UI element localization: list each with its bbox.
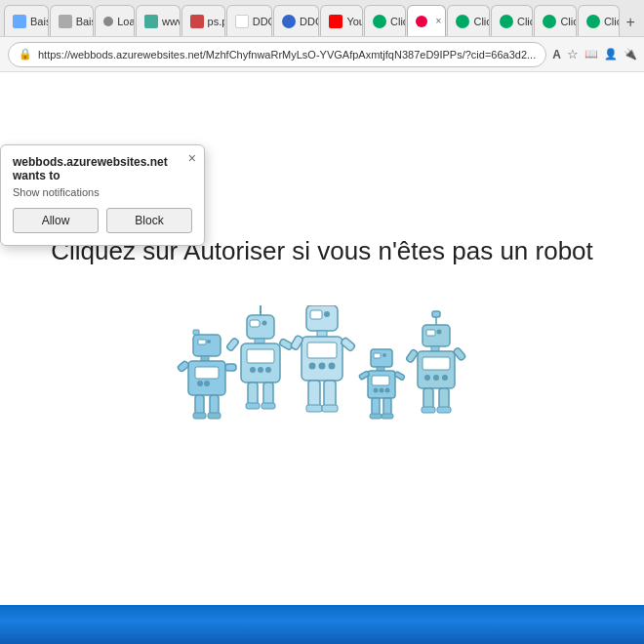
svg-point-57 [380, 387, 384, 392]
svg-point-56 [374, 387, 379, 392]
tab-loa[interactable]: Loa [95, 5, 135, 36]
svg-point-24 [258, 367, 263, 373]
tab-favicon [282, 15, 296, 28]
robots-illustration [166, 305, 478, 442]
svg-point-2 [207, 340, 211, 343]
extensions-button[interactable]: 🔌 [624, 43, 637, 66]
svg-rect-38 [317, 331, 327, 337]
svg-rect-31 [262, 403, 275, 409]
svg-rect-14 [208, 413, 221, 419]
new-tab-button[interactable]: + [621, 9, 640, 36]
tab-active[interactable]: × [407, 5, 446, 36]
tab-favicon [500, 15, 513, 28]
svg-rect-64 [382, 414, 393, 419]
address-input[interactable]: 🔒 https://webbods.azurewebsites.net/Mzhf… [8, 42, 546, 67]
tab-label: Clic [604, 16, 620, 27]
tab-clic2[interactable]: Clic [447, 5, 489, 36]
svg-rect-40 [307, 342, 337, 358]
tab-favicon [103, 17, 113, 26]
tab-bais-2[interactable]: Bais [50, 5, 95, 36]
svg-point-73 [424, 375, 430, 381]
tab-favicon [456, 15, 469, 28]
favorite-button[interactable]: ☆ [567, 43, 579, 66]
reader-view-button[interactable]: 📖 [584, 43, 598, 66]
svg-point-74 [433, 375, 439, 381]
svg-point-7 [197, 381, 203, 386]
svg-rect-68 [426, 330, 435, 336]
tab-label: ps.p [208, 16, 225, 27]
tab-close-active[interactable]: × [435, 16, 441, 26]
url-text: https://webbods.azurewebsites.net/MzhfCh… [38, 49, 536, 60]
read-aloud-button[interactable]: A [552, 43, 561, 66]
taskbar [0, 605, 644, 644]
tab-favicon-active [416, 16, 427, 27]
popup-close-button[interactable]: × [188, 151, 196, 165]
tab-label: Clic [473, 16, 489, 27]
tab-clic5[interactable]: Clic [578, 5, 620, 36]
tab-you[interactable]: You [320, 5, 363, 36]
tab-clic4[interactable]: Clic [534, 5, 576, 36]
svg-rect-22 [247, 349, 274, 363]
tab-favicon [59, 15, 72, 28]
svg-rect-76 [406, 348, 419, 363]
svg-rect-47 [324, 381, 336, 408]
svg-rect-63 [370, 414, 382, 419]
tab-label: You [346, 16, 363, 27]
svg-point-52 [382, 353, 386, 357]
svg-rect-6 [195, 367, 219, 379]
svg-rect-3 [193, 330, 199, 335]
tab-favicon [373, 15, 386, 28]
block-button[interactable]: Block [106, 208, 192, 233]
tab-favicon [235, 15, 249, 28]
tab-favicon [543, 15, 556, 28]
tab-ddc2[interactable]: DDC [273, 5, 319, 36]
svg-rect-81 [437, 407, 451, 413]
tab-label: Clic [560, 16, 576, 27]
svg-rect-61 [372, 398, 380, 416]
allow-button[interactable]: Allow [13, 208, 99, 233]
svg-rect-29 [263, 382, 273, 406]
svg-point-75 [442, 375, 448, 381]
svg-rect-13 [193, 413, 206, 419]
title-bar: Bais Bais Loa wwv ps.p DDC [0, 0, 644, 37]
svg-rect-55 [372, 376, 389, 385]
tab-bais-1[interactable]: Bais [4, 5, 49, 36]
browser-window: Bais Bais Loa wwv ps.p DDC [0, 0, 644, 605]
tab-ddc1[interactable]: DDC [226, 5, 272, 36]
svg-rect-28 [248, 382, 258, 406]
tab-favicon [190, 15, 204, 28]
svg-point-25 [265, 367, 271, 373]
svg-point-19 [262, 320, 267, 325]
robots-svg [166, 305, 478, 442]
svg-point-69 [437, 329, 442, 334]
tab-favicon [586, 15, 600, 28]
svg-point-43 [329, 362, 336, 369]
svg-rect-30 [246, 403, 260, 409]
svg-rect-12 [210, 395, 219, 415]
tab-label: Clic [517, 16, 533, 27]
svg-rect-1 [198, 340, 206, 344]
notification-popup: × webbods.azurewebsites.net wants to Sho… [0, 144, 205, 246]
svg-rect-80 [422, 407, 435, 413]
svg-rect-62 [383, 398, 391, 416]
tab-label: Clic [390, 16, 406, 27]
svg-rect-11 [195, 395, 204, 415]
svg-point-8 [204, 381, 210, 386]
svg-point-41 [309, 362, 316, 369]
svg-point-23 [250, 367, 256, 373]
profile-button[interactable]: 👤 [604, 43, 618, 66]
popup-action-text: Show notifications [13, 186, 192, 198]
tab-label: Bais [76, 16, 95, 27]
tab-psp[interactable]: ps.p [181, 5, 225, 36]
tab-clic3[interactable]: Clic [491, 5, 533, 36]
tabs-area: Bais Bais Loa wwv ps.p DDC [4, 0, 640, 36]
svg-point-58 [385, 387, 390, 392]
tab-favicon [13, 15, 26, 28]
svg-rect-46 [308, 381, 320, 408]
lock-icon: 🔒 [19, 48, 32, 60]
tab-clic1[interactable]: Clic [364, 5, 406, 36]
tab-wwv[interactable]: wwv [136, 5, 181, 36]
address-bar: 🔒 https://webbods.azurewebsites.net/Mzhf… [0, 37, 644, 72]
svg-rect-35 [310, 310, 322, 319]
svg-rect-48 [306, 405, 322, 412]
